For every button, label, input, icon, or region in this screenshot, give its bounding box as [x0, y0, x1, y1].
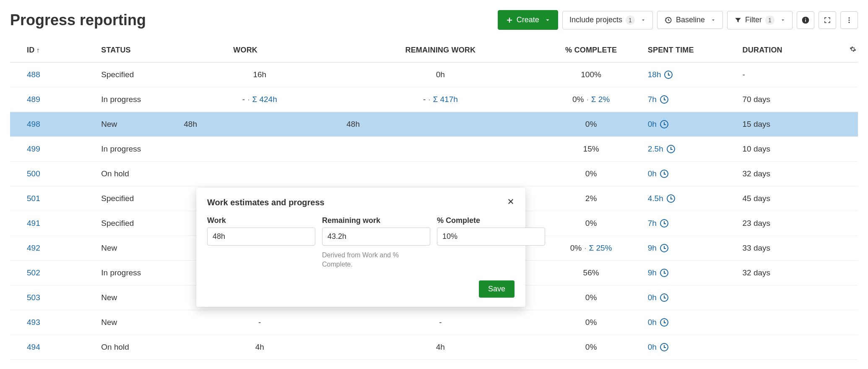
remaining-field[interactable]	[322, 228, 430, 246]
table-row[interactable]: 489In progress- · Σ 424h- · Σ 417h0% · Σ…	[10, 87, 858, 112]
spent-time-link[interactable]: 0h	[648, 120, 668, 129]
work-field[interactable]	[207, 228, 315, 246]
table-row[interactable]: 499In progress15%2.5h10 days	[10, 137, 858, 162]
id-link[interactable]: 491	[27, 219, 40, 228]
clock-icon	[660, 269, 668, 277]
status-cell: New	[96, 112, 178, 137]
filter-button[interactable]: Filter 1	[727, 11, 793, 29]
remaining-cell[interactable]	[341, 162, 539, 186]
remaining-cell[interactable]: 48h	[341, 112, 539, 137]
complete-cell[interactable]: 0% · Σ 25%	[539, 236, 642, 261]
complete-cell[interactable]: 0%	[539, 211, 642, 236]
spent-time-link[interactable]: 0h	[648, 169, 668, 178]
id-link[interactable]: 500	[27, 169, 40, 178]
complete-cell[interactable]: 15%	[539, 137, 642, 162]
id-link[interactable]: 494	[27, 343, 40, 351]
spent-cell: 0h	[643, 285, 738, 310]
remaining-cell[interactable]: -	[341, 310, 539, 335]
remaining-cell[interactable]	[341, 137, 539, 162]
spent-time-link[interactable]: 0h	[648, 318, 668, 327]
complete-cell[interactable]: 0%	[539, 162, 642, 186]
clock-icon	[660, 219, 668, 228]
clock-icon	[667, 194, 675, 203]
work-sum[interactable]: Σ 424h	[252, 95, 277, 104]
id-link[interactable]: 493	[27, 318, 40, 327]
id-link[interactable]: 503	[27, 293, 40, 302]
column-header-id[interactable]: ID↑	[10, 40, 96, 63]
id-link[interactable]: 501	[27, 194, 40, 203]
work-cell[interactable]	[178, 162, 341, 186]
complete-cell[interactable]: 0% · Σ 2%	[539, 87, 642, 112]
table-row[interactable]: 488Specified16h0h100%18h-	[10, 63, 858, 87]
work-cell[interactable]: 4h	[178, 335, 341, 360]
status-cell: On hold	[96, 162, 178, 186]
clock-icon	[660, 120, 668, 128]
complete-sum[interactable]: Σ 25%	[589, 243, 612, 253]
spent-time-link[interactable]: 0h	[648, 343, 668, 352]
complete-cell[interactable]: 2%	[539, 186, 642, 211]
spent-time-link[interactable]: 9h	[648, 243, 668, 253]
work-cell[interactable]: 16h	[178, 63, 341, 87]
spent-time-link[interactable]: 4.5h	[648, 194, 675, 203]
id-link[interactable]: 499	[27, 144, 40, 153]
work-cell[interactable]	[178, 137, 341, 162]
complete-cell[interactable]: 0%	[539, 112, 642, 137]
work-estimates-modal: Work estimates and progress Work Remaini…	[196, 188, 525, 307]
chevron-down-icon	[641, 18, 646, 23]
work-cell[interactable]: 48h	[178, 112, 341, 137]
close-icon	[507, 198, 515, 205]
remaining-cell[interactable]: 0h	[341, 63, 539, 87]
info-button[interactable]	[797, 11, 814, 29]
duration-cell: 15 days	[738, 112, 841, 137]
remaining-cell[interactable]: 4h	[341, 335, 539, 360]
complete-cell[interactable]: 56%	[539, 261, 642, 285]
spent-time-link[interactable]: 7h	[648, 219, 668, 228]
fullscreen-icon	[824, 16, 831, 24]
spent-time-link[interactable]: 0h	[648, 293, 668, 302]
include-projects-count: 1	[626, 16, 635, 25]
spent-time-link[interactable]: 7h	[648, 95, 668, 104]
id-link[interactable]: 498	[27, 120, 40, 128]
table-row[interactable]: 498New48h48h0%0h15 days	[10, 112, 858, 137]
fullscreen-button[interactable]	[819, 11, 836, 29]
create-button[interactable]: Create	[498, 10, 558, 30]
column-header-duration[interactable]: DURATION	[738, 40, 841, 63]
id-link[interactable]: 492	[27, 243, 40, 252]
id-link[interactable]: 489	[27, 95, 40, 104]
complete-sum[interactable]: Σ 2%	[591, 95, 610, 104]
complete-cell[interactable]: 0%	[539, 310, 642, 335]
table-row[interactable]: 493New--0%0h	[10, 310, 858, 335]
toolbar: Create Include projects 1 Baseline Filte…	[498, 10, 858, 30]
status-cell: Specified	[96, 211, 178, 236]
remaining-cell[interactable]: - · Σ 417h	[341, 87, 539, 112]
svg-point-6	[849, 17, 850, 18]
baseline-button[interactable]: Baseline	[657, 11, 723, 29]
column-header-work[interactable]: WORK	[178, 40, 341, 63]
column-header-status[interactable]: STATUS	[96, 40, 178, 63]
duration-cell: 45 days	[738, 186, 841, 211]
column-header-complete[interactable]: % COMPLETE	[539, 40, 642, 63]
spent-time-link[interactable]: 2.5h	[648, 144, 675, 154]
work-cell[interactable]: - · Σ 424h	[178, 87, 341, 112]
complete-cell[interactable]: 0%	[539, 285, 642, 310]
complete-field[interactable]	[437, 228, 545, 246]
modal-close-button[interactable]	[507, 197, 515, 208]
complete-cell[interactable]: 0%	[539, 335, 642, 360]
complete-cell[interactable]: 100%	[539, 63, 642, 87]
spent-time-link[interactable]: 18h	[648, 70, 673, 79]
include-projects-label: Include projects	[569, 16, 622, 24]
work-cell[interactable]: -	[178, 310, 341, 335]
spent-time-link[interactable]: 9h	[648, 268, 668, 277]
duration-cell: 32 days	[738, 162, 841, 186]
save-button[interactable]: Save	[479, 280, 515, 298]
column-header-spent[interactable]: SPENT TIME	[643, 40, 738, 63]
include-projects-button[interactable]: Include projects 1	[562, 11, 653, 29]
table-row[interactable]: 494On hold4h4h0%0h	[10, 335, 858, 360]
id-link[interactable]: 488	[27, 70, 40, 79]
column-settings[interactable]	[841, 40, 858, 63]
more-button[interactable]	[840, 11, 858, 29]
id-link[interactable]: 502	[27, 268, 40, 277]
table-row[interactable]: 500On hold0%0h32 days	[10, 162, 858, 186]
column-header-remaining[interactable]: REMAINING WORK	[341, 40, 539, 63]
remaining-sum[interactable]: Σ 417h	[433, 95, 458, 104]
